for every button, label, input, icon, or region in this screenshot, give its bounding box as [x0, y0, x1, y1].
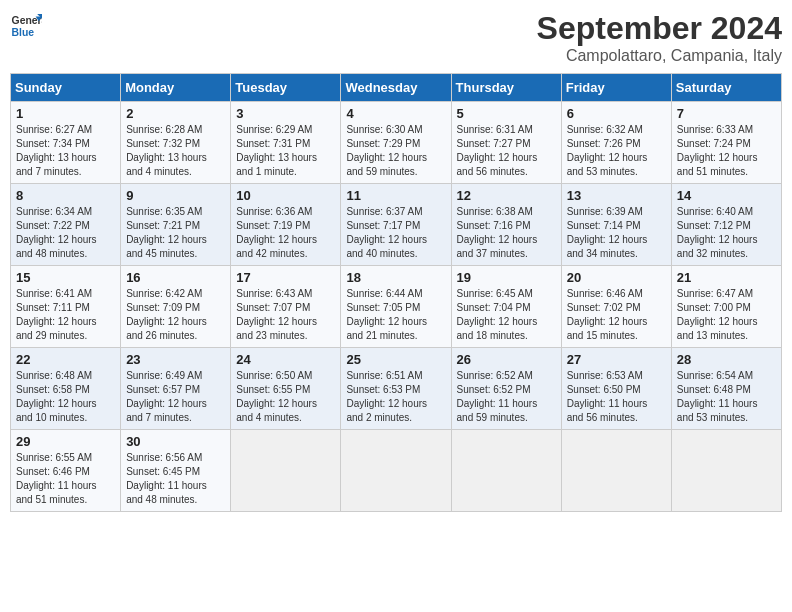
- cell-info: Sunrise: 6:36 AMSunset: 7:19 PMDaylight:…: [236, 206, 317, 259]
- logo: General Blue: [10, 10, 42, 42]
- calendar-cell: 19Sunrise: 6:45 AMSunset: 7:04 PMDayligh…: [451, 266, 561, 348]
- day-number: 7: [677, 106, 776, 121]
- day-number: 4: [346, 106, 445, 121]
- day-number: 26: [457, 352, 556, 367]
- location: Campolattaro, Campania, Italy: [537, 47, 782, 65]
- cell-info: Sunrise: 6:43 AMSunset: 7:07 PMDaylight:…: [236, 288, 317, 341]
- weekday-header: Wednesday: [341, 74, 451, 102]
- day-number: 27: [567, 352, 666, 367]
- cell-info: Sunrise: 6:54 AMSunset: 6:48 PMDaylight:…: [677, 370, 758, 423]
- weekday-header: Thursday: [451, 74, 561, 102]
- logo-icon: General Blue: [10, 10, 42, 42]
- day-number: 14: [677, 188, 776, 203]
- calendar-cell: 16Sunrise: 6:42 AMSunset: 7:09 PMDayligh…: [121, 266, 231, 348]
- cell-info: Sunrise: 6:30 AMSunset: 7:29 PMDaylight:…: [346, 124, 427, 177]
- calendar-week-row: 29Sunrise: 6:55 AMSunset: 6:46 PMDayligh…: [11, 430, 782, 512]
- calendar-cell: 17Sunrise: 6:43 AMSunset: 7:07 PMDayligh…: [231, 266, 341, 348]
- day-number: 25: [346, 352, 445, 367]
- calendar-cell: 25Sunrise: 6:51 AMSunset: 6:53 PMDayligh…: [341, 348, 451, 430]
- cell-info: Sunrise: 6:47 AMSunset: 7:00 PMDaylight:…: [677, 288, 758, 341]
- day-number: 1: [16, 106, 115, 121]
- cell-info: Sunrise: 6:29 AMSunset: 7:31 PMDaylight:…: [236, 124, 317, 177]
- month-title: September 2024: [537, 10, 782, 47]
- day-number: 11: [346, 188, 445, 203]
- cell-info: Sunrise: 6:56 AMSunset: 6:45 PMDaylight:…: [126, 452, 207, 505]
- day-number: 24: [236, 352, 335, 367]
- calendar-cell: 27Sunrise: 6:53 AMSunset: 6:50 PMDayligh…: [561, 348, 671, 430]
- weekday-header: Monday: [121, 74, 231, 102]
- calendar-cell: 6Sunrise: 6:32 AMSunset: 7:26 PMDaylight…: [561, 102, 671, 184]
- cell-info: Sunrise: 6:38 AMSunset: 7:16 PMDaylight:…: [457, 206, 538, 259]
- cell-info: Sunrise: 6:35 AMSunset: 7:21 PMDaylight:…: [126, 206, 207, 259]
- day-number: 3: [236, 106, 335, 121]
- cell-info: Sunrise: 6:46 AMSunset: 7:02 PMDaylight:…: [567, 288, 648, 341]
- cell-info: Sunrise: 6:44 AMSunset: 7:05 PMDaylight:…: [346, 288, 427, 341]
- calendar-cell: 3Sunrise: 6:29 AMSunset: 7:31 PMDaylight…: [231, 102, 341, 184]
- cell-info: Sunrise: 6:27 AMSunset: 7:34 PMDaylight:…: [16, 124, 97, 177]
- calendar-cell: [341, 430, 451, 512]
- calendar-cell: 12Sunrise: 6:38 AMSunset: 7:16 PMDayligh…: [451, 184, 561, 266]
- day-number: 10: [236, 188, 335, 203]
- weekday-header: Saturday: [671, 74, 781, 102]
- calendar-cell: 1Sunrise: 6:27 AMSunset: 7:34 PMDaylight…: [11, 102, 121, 184]
- calendar-cell: 28Sunrise: 6:54 AMSunset: 6:48 PMDayligh…: [671, 348, 781, 430]
- day-number: 29: [16, 434, 115, 449]
- cell-info: Sunrise: 6:53 AMSunset: 6:50 PMDaylight:…: [567, 370, 648, 423]
- day-number: 6: [567, 106, 666, 121]
- calendar-week-row: 22Sunrise: 6:48 AMSunset: 6:58 PMDayligh…: [11, 348, 782, 430]
- calendar-cell: 24Sunrise: 6:50 AMSunset: 6:55 PMDayligh…: [231, 348, 341, 430]
- day-number: 20: [567, 270, 666, 285]
- calendar-cell: 9Sunrise: 6:35 AMSunset: 7:21 PMDaylight…: [121, 184, 231, 266]
- cell-info: Sunrise: 6:52 AMSunset: 6:52 PMDaylight:…: [457, 370, 538, 423]
- calendar-week-row: 1Sunrise: 6:27 AMSunset: 7:34 PMDaylight…: [11, 102, 782, 184]
- calendar-cell: 4Sunrise: 6:30 AMSunset: 7:29 PMDaylight…: [341, 102, 451, 184]
- calendar-cell: [561, 430, 671, 512]
- day-number: 16: [126, 270, 225, 285]
- cell-info: Sunrise: 6:49 AMSunset: 6:57 PMDaylight:…: [126, 370, 207, 423]
- day-number: 21: [677, 270, 776, 285]
- calendar-cell: 26Sunrise: 6:52 AMSunset: 6:52 PMDayligh…: [451, 348, 561, 430]
- cell-info: Sunrise: 6:37 AMSunset: 7:17 PMDaylight:…: [346, 206, 427, 259]
- page-header: General Blue September 2024 Campolattaro…: [10, 10, 782, 65]
- cell-info: Sunrise: 6:32 AMSunset: 7:26 PMDaylight:…: [567, 124, 648, 177]
- weekday-header: Sunday: [11, 74, 121, 102]
- calendar-cell: 21Sunrise: 6:47 AMSunset: 7:00 PMDayligh…: [671, 266, 781, 348]
- calendar-week-row: 15Sunrise: 6:41 AMSunset: 7:11 PMDayligh…: [11, 266, 782, 348]
- calendar-cell: 11Sunrise: 6:37 AMSunset: 7:17 PMDayligh…: [341, 184, 451, 266]
- header-row: SundayMondayTuesdayWednesdayThursdayFrid…: [11, 74, 782, 102]
- day-number: 17: [236, 270, 335, 285]
- cell-info: Sunrise: 6:51 AMSunset: 6:53 PMDaylight:…: [346, 370, 427, 423]
- calendar-cell: 2Sunrise: 6:28 AMSunset: 7:32 PMDaylight…: [121, 102, 231, 184]
- cell-info: Sunrise: 6:45 AMSunset: 7:04 PMDaylight:…: [457, 288, 538, 341]
- calendar-cell: 5Sunrise: 6:31 AMSunset: 7:27 PMDaylight…: [451, 102, 561, 184]
- day-number: 2: [126, 106, 225, 121]
- calendar-cell: [671, 430, 781, 512]
- cell-info: Sunrise: 6:34 AMSunset: 7:22 PMDaylight:…: [16, 206, 97, 259]
- day-number: 15: [16, 270, 115, 285]
- calendar-cell: [451, 430, 561, 512]
- calendar-cell: 20Sunrise: 6:46 AMSunset: 7:02 PMDayligh…: [561, 266, 671, 348]
- day-number: 28: [677, 352, 776, 367]
- day-number: 8: [16, 188, 115, 203]
- title-area: September 2024 Campolattaro, Campania, I…: [537, 10, 782, 65]
- calendar-cell: 8Sunrise: 6:34 AMSunset: 7:22 PMDaylight…: [11, 184, 121, 266]
- calendar-cell: 7Sunrise: 6:33 AMSunset: 7:24 PMDaylight…: [671, 102, 781, 184]
- calendar-cell: 29Sunrise: 6:55 AMSunset: 6:46 PMDayligh…: [11, 430, 121, 512]
- cell-info: Sunrise: 6:31 AMSunset: 7:27 PMDaylight:…: [457, 124, 538, 177]
- calendar-cell: 13Sunrise: 6:39 AMSunset: 7:14 PMDayligh…: [561, 184, 671, 266]
- cell-info: Sunrise: 6:55 AMSunset: 6:46 PMDaylight:…: [16, 452, 97, 505]
- calendar-cell: 23Sunrise: 6:49 AMSunset: 6:57 PMDayligh…: [121, 348, 231, 430]
- day-number: 30: [126, 434, 225, 449]
- day-number: 9: [126, 188, 225, 203]
- cell-info: Sunrise: 6:42 AMSunset: 7:09 PMDaylight:…: [126, 288, 207, 341]
- calendar-cell: 22Sunrise: 6:48 AMSunset: 6:58 PMDayligh…: [11, 348, 121, 430]
- calendar-cell: 18Sunrise: 6:44 AMSunset: 7:05 PMDayligh…: [341, 266, 451, 348]
- day-number: 22: [16, 352, 115, 367]
- day-number: 18: [346, 270, 445, 285]
- day-number: 23: [126, 352, 225, 367]
- svg-text:Blue: Blue: [12, 27, 35, 38]
- calendar-cell: 10Sunrise: 6:36 AMSunset: 7:19 PMDayligh…: [231, 184, 341, 266]
- day-number: 5: [457, 106, 556, 121]
- cell-info: Sunrise: 6:41 AMSunset: 7:11 PMDaylight:…: [16, 288, 97, 341]
- calendar-cell: 15Sunrise: 6:41 AMSunset: 7:11 PMDayligh…: [11, 266, 121, 348]
